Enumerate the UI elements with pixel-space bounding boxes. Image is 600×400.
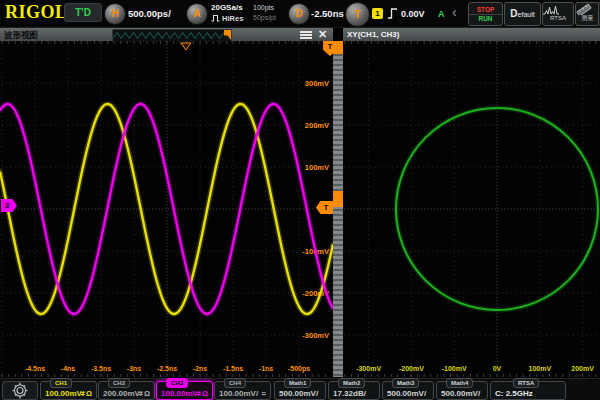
rtsa-center-freq: C: 2.5GHz [495, 389, 533, 398]
delay-knob[interactable]: D [288, 3, 310, 25]
splitter-accent-mid [333, 191, 343, 207]
channel-coupling-impedance: =Ω [81, 389, 93, 398]
menu-icon[interactable] [300, 31, 312, 40]
pulse-icon [211, 14, 220, 22]
channel-tab: CH4 [224, 378, 246, 388]
xy-axis-label: -300mV [356, 365, 381, 372]
channel-box-ch4[interactable]: CH4 100.00mV/ = [214, 381, 271, 400]
math-scale: 17.32dB/ [333, 389, 366, 398]
xy-axis-label: -200mV [399, 365, 424, 372]
oscilloscope-screen: RIGOL T'D H 500.00ps/ A 20GSa/s HiRes 10… [0, 0, 600, 400]
trigger-slope-icon[interactable] [387, 7, 398, 20]
run-label: RUN [469, 14, 502, 23]
math-tab: Math1 [284, 378, 311, 388]
channel-status-bar: CH1 100.00mV/ =Ω CH2 200.00mV/ =Ω CH3 10… [0, 378, 600, 400]
x-axis-label: -4.5ns [25, 365, 45, 372]
math-scale: 500.00mV/ [441, 389, 480, 398]
math-box-math2[interactable]: Math2 17.32dB/ [328, 381, 380, 400]
math-scale: 500.00mV/ [387, 389, 426, 398]
rtsa-status-box[interactable]: RTSA C: 2.5GHz [490, 381, 566, 400]
channel-tab: CH3 [166, 378, 188, 388]
xy-axis-label: 100mV [529, 365, 552, 372]
close-icon[interactable]: ✕ [318, 28, 327, 41]
x-axis-label: -2ns [193, 365, 208, 372]
x-axis-label: -1ns [259, 365, 274, 372]
collapse-chevron-icon[interactable]: ‹ [452, 4, 457, 20]
channel-coupling-impedance: =Ω [139, 389, 151, 398]
x-axis-label: -3.5ns [91, 365, 111, 372]
sample-rate-value: 20GSa/s [211, 3, 243, 12]
trigger-source-badge[interactable]: 1 [372, 8, 383, 19]
y-axis-label: 100mV [305, 163, 329, 172]
math-tab: Math3 [392, 378, 419, 388]
math-box-math4[interactable]: Math4 500.00mV/ [436, 381, 488, 400]
channel-coupling-impedance: =Ω [197, 389, 209, 398]
ch3-trace [0, 104, 333, 314]
delay-value[interactable]: -2.50ns [311, 8, 344, 19]
channel-box-ch1[interactable]: CH1 100.00mV/ =Ω [40, 381, 97, 400]
rtsa-label: RTSA [543, 15, 573, 21]
default-label-rest: efault [518, 11, 535, 18]
channel-tab: CH2 [108, 378, 130, 388]
acquire-knob[interactable]: A [186, 3, 208, 25]
xy-axis-label: 0V [493, 365, 502, 372]
channel-coupling-impedance: = [262, 389, 267, 398]
waveform-display[interactable]: 300mV200mV100mV-100mV-200mV-300mV-4.5ns-… [0, 41, 333, 377]
math-tab: Math4 [446, 378, 473, 388]
ch1-trace [0, 104, 333, 314]
x-axis-label: -2.5ns [157, 365, 177, 372]
xy-display[interactable]: -300mV-200mV-100mV0V100mV200mV [343, 41, 600, 377]
xy-axis-label: -100mV [442, 365, 467, 372]
measure-button[interactable]: 测量 [575, 2, 600, 26]
stop-label: STOP [469, 6, 502, 14]
x-axis-label: -4ns [61, 365, 76, 372]
y-axis-label: 200mV [305, 121, 329, 130]
memory-depth-value: 100pts [253, 4, 274, 11]
math-scale: 500.00mV/ [279, 389, 318, 398]
math-tab: Math2 [338, 378, 365, 388]
rigol-logo: RIGOL [5, 2, 68, 23]
sample-resolution-value: 50ps/pt [253, 14, 276, 21]
trigger-level-value[interactable]: 0.00V [401, 9, 425, 19]
channel-box-ch3[interactable]: CH3 100.00mV/ =Ω [156, 381, 213, 400]
y-axis-label: 300mV [305, 79, 329, 88]
trigger-knob[interactable]: T [345, 2, 370, 27]
math-box-math1[interactable]: Math1 500.00mV/ [274, 381, 326, 400]
spectrum-icon [543, 5, 559, 15]
xy-panel-title: XY(CH1, CH3) [347, 30, 399, 39]
channel-scale: 200.00mV/ [103, 389, 142, 398]
math-box-math3[interactable]: Math3 500.00mV/ [382, 381, 434, 400]
stop-run-button[interactable]: STOP RUN [468, 2, 503, 26]
trigger-sweep-mode: A [438, 9, 445, 19]
rtsa-tab: RTSA [513, 378, 539, 388]
top-toolbar: RIGOL T'D H 500.00ps/ A 20GSa/s HiRes 10… [0, 0, 600, 28]
x-axis-label: -1.5ns [223, 365, 243, 372]
channel-box-ch2[interactable]: CH2 200.00mV/ =Ω [98, 381, 155, 400]
channel-scale: 100.00mV/ [45, 389, 84, 398]
preview-zigzag [113, 31, 229, 40]
y-axis-label: -300mV [302, 331, 329, 340]
horizontal-scale-value[interactable]: 500.00ps/ [128, 8, 171, 19]
x-axis-label: -3ns [127, 365, 142, 372]
ruler-icon [576, 4, 592, 15]
trigger-position-triangle [181, 43, 191, 50]
gear-icon [3, 382, 37, 399]
rtsa-button[interactable]: RTSA [542, 2, 574, 26]
waveform-panel-header[interactable]: 波形视图 ✕ [0, 28, 333, 41]
channel-scale: 100.00mV/ [219, 389, 258, 398]
horizontal-knob[interactable]: H [104, 3, 126, 25]
settings-gear-button[interactable] [2, 381, 38, 400]
measure-label: 测量 [576, 15, 599, 21]
xy-grid-svg: -300mV-200mV-100mV0V100mV200mV [343, 41, 600, 377]
waveform-grid-svg: 300mV200mV100mV-100mV-200mV-300mV-4.5ns-… [0, 41, 333, 377]
channel-scale: 100.00mV/ [161, 389, 200, 398]
panel-splitter[interactable] [333, 41, 343, 377]
acquire-mode-label: HiRes [222, 14, 243, 23]
acquire-mode: HiRes [211, 14, 243, 23]
x-axis-label: -500ps [288, 365, 310, 373]
channel-tab: CH1 [50, 378, 72, 388]
default-label-big: D [510, 8, 517, 19]
default-button[interactable]: Default [504, 2, 541, 26]
xy-panel-header[interactable]: XY(CH1, CH3) [343, 28, 600, 41]
trigger-status-badge[interactable]: T'D [64, 3, 102, 22]
